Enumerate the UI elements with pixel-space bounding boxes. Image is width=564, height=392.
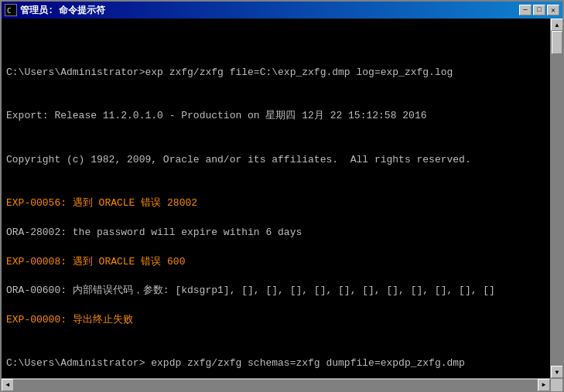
cmd-icon: C [5, 4, 17, 16]
title-bar-left: C 管理员: 命令提示符 [5, 4, 105, 17]
scroll-down-button[interactable]: ▼ [551, 366, 562, 378]
scroll-up-button[interactable]: ▲ [551, 19, 562, 31]
console-content[interactable]: C:\Users\Administrator>exp zxfg/zxfg fil… [2, 19, 562, 378]
scroll-track-v[interactable] [551, 31, 562, 366]
scroll-left-button[interactable]: ◄ [2, 379, 14, 391]
console-line: C:\Users\Administrator> expdp zxfg/zxfg … [6, 356, 558, 371]
scroll-track-h[interactable] [14, 380, 538, 390]
minimize-button[interactable]: ─ [519, 5, 532, 15]
console-line: C:\Users\Administrator>exp zxfg/zxfg fil… [6, 66, 558, 80]
cmd-window: C 管理员: 命令提示符 ─ □ ✕ C:\Users\Administrato… [0, 0, 564, 392]
scrollbar-horizontal[interactable]: ◄ ► [2, 378, 562, 390]
console-line: Copyright (c) 1982, 2009, Oracle and/or … [6, 153, 558, 168]
scrollbar-corner [550, 379, 562, 391]
close-button[interactable]: ✕ [547, 5, 559, 15]
svg-text:C: C [7, 7, 11, 15]
window-title: 管理员: 命令提示符 [20, 4, 105, 17]
console-line: EXP-00056: 遇到 ORACLE 错误 28002 [6, 196, 558, 211]
scroll-thumb-v[interactable] [552, 31, 562, 54]
console-wrapper: C:\Users\Administrator>exp zxfg/zxfg fil… [2, 19, 562, 378]
console-line: ORA-28002: the password will expire with… [6, 226, 558, 240]
console-line: EXP-00008: 遇到 ORACLE 错误 600 [6, 255, 558, 270]
console-line: EXP-00000: 导出终止失败 [6, 313, 558, 328]
title-bar: C 管理员: 命令提示符 ─ □ ✕ [2, 2, 562, 19]
scroll-right-button[interactable]: ► [538, 379, 550, 391]
console-line: Export: Release 11.2.0.1.0 - Production … [6, 109, 558, 124]
title-buttons: ─ □ ✕ [519, 5, 559, 15]
scrollbar-vertical[interactable]: ▲ ▼ [550, 19, 562, 378]
maximize-button[interactable]: □ [533, 5, 545, 15]
console-line: ORA-00600: 内部错误代码，参数: [kdsgrp1], [], [],… [6, 284, 558, 298]
